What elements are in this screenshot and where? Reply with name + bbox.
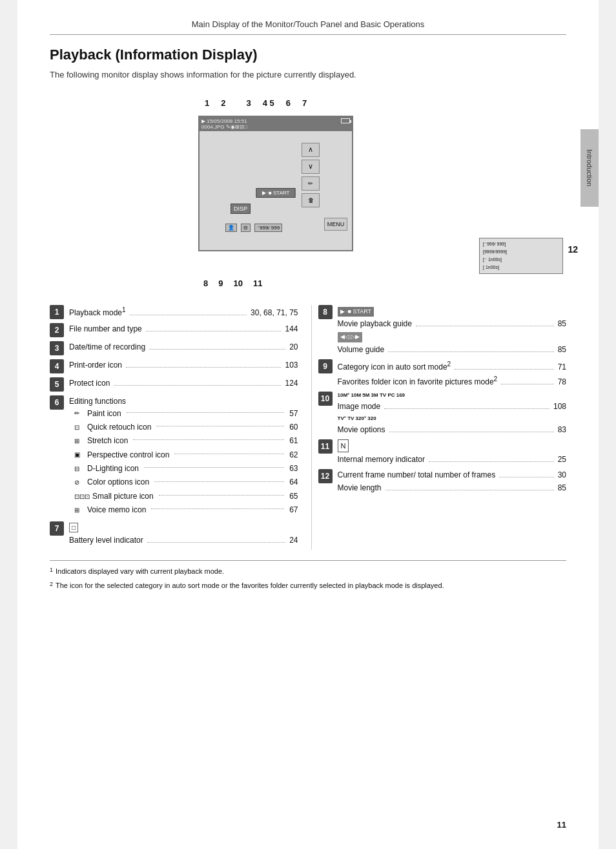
- num-label-3: 3: [246, 98, 251, 108]
- entry-5-label: Protect icon: [69, 377, 110, 389]
- entry-9-label: Category icon in auto sort mode2: [338, 359, 451, 373]
- entry-2-text: File number and type 144: [69, 323, 298, 335]
- entry-3-label: Date/time of recording: [69, 341, 145, 353]
- entry-5-num: 5: [50, 377, 64, 392]
- entry-9-page: 71: [558, 361, 566, 373]
- volume-icon: ◀◁ ▷▶: [338, 332, 363, 342]
- entry-2-dots: [146, 331, 282, 331]
- stretch-page: 61: [289, 434, 298, 447]
- small-page: 65: [289, 490, 298, 503]
- num-label-8: 8: [203, 278, 208, 288]
- delete-btn[interactable]: 🗑: [302, 193, 320, 207]
- frame-line-3: [⁻ 1n00s]: [483, 256, 559, 264]
- right-column: 8 ▶ ·■ START Movie playback guide 85 ◀◁ …: [311, 305, 567, 550]
- entry-8-text: ▶ ·■ START Movie playback guide 85 ◀◁ ▷▶…: [338, 305, 567, 355]
- battery-level-icon: □: [69, 523, 78, 532]
- page-number: 11: [557, 820, 566, 830]
- entry-10-sub-label: Movie options: [338, 424, 385, 435]
- entry-5-text: Protect icon 124: [69, 377, 298, 389]
- screen-topbar-left: ▶ 15/05/2008 15:51 0004.JPG ✎◉⊞⊟□: [201, 118, 247, 130]
- frame-line-2: [9999/9999]: [483, 248, 559, 256]
- entry-10-label: Image mode: [338, 401, 381, 412]
- numbers-bottom: 8 9 10 11: [203, 278, 262, 288]
- entry-1-label: Playback mode1: [69, 305, 126, 319]
- sub-stretch: ⊞ Stretch icon 61: [74, 434, 298, 447]
- sub-small: ⊡⊡⊡ Small picture icon 65: [74, 490, 298, 503]
- edit-btn[interactable]: ✏: [302, 176, 320, 191]
- footnote-2: 2 The icon for the selected category in …: [50, 580, 566, 592]
- frame-icon: ⊟: [241, 224, 251, 232]
- entry-5-page: 124: [285, 377, 298, 389]
- down-arrow-btn[interactable]: ∨: [302, 160, 320, 174]
- entry-4-num: 4: [50, 359, 64, 373]
- voice-label: Voice memo icon: [87, 503, 146, 516]
- entry-7-page: 24: [289, 534, 298, 546]
- stretch-icon: ⊞: [74, 435, 85, 446]
- entry-11-label: Internal memory indicator: [338, 454, 425, 465]
- num-label-6: 6: [286, 98, 291, 108]
- image-mode-icons: 10M° 10M 5M 3M TV PC 169: [338, 392, 567, 399]
- battery-icon: [341, 118, 350, 123]
- face-icon: 👤: [225, 224, 237, 232]
- voice-icon: ⊞: [74, 505, 85, 516]
- disp-button[interactable]: DISP: [231, 204, 251, 214]
- color-icon: ⊘: [74, 477, 85, 488]
- entry-12: 12 Current frame number/ total number of…: [318, 469, 567, 494]
- num-label-7: 7: [302, 98, 307, 108]
- menu-button[interactable]: MENU: [324, 218, 347, 231]
- screen-topbar: ▶ 15/05/2008 15:51 0004.JPG ✎◉⊞⊟□: [200, 117, 352, 131]
- num-label-4: 4 5: [263, 98, 274, 108]
- stretch-label: Stretch icon: [87, 434, 128, 447]
- entry-1-text: Playback mode1 30, 68, 71, 75: [69, 305, 298, 319]
- sub-paint: ✏ Paint icon 57: [74, 407, 298, 420]
- entry-5: 5 Protect icon 124: [50, 377, 298, 392]
- sub-quick: ⊡ Quick retouch icon 60: [74, 421, 298, 434]
- movie-option-icons: TV° TV 320° 320: [338, 415, 567, 423]
- color-page: 64: [289, 476, 298, 488]
- entry-10-page: 108: [553, 401, 566, 412]
- entry-6-text: Editing functions ✏ Paint icon 57 ⊡ Quic…: [69, 395, 298, 518]
- footnote-1-num: 1: [50, 566, 53, 578]
- entry-7-text: □ Battery level indicator 24: [69, 521, 298, 546]
- quick-icon: ⊡: [74, 422, 85, 433]
- up-arrow-btn[interactable]: ∧: [302, 143, 320, 157]
- bottom-row: DISP 👤 ⊟ ⁻999/ 999 MENU: [225, 224, 349, 232]
- quick-page: 60: [289, 421, 298, 434]
- entry-2: 2 File number and type 144: [50, 323, 298, 337]
- entry-3-num: 3: [50, 341, 64, 355]
- dlighting-label: D-Lighting icon: [87, 462, 139, 475]
- color-label: Color options icon: [87, 476, 149, 488]
- entry-1-num: 1: [50, 305, 64, 319]
- entry-8-volume-page: 85: [558, 344, 566, 355]
- footnotes: 1 Indicators displayed vary with current…: [50, 560, 566, 592]
- entry-4-text: Print-order icon 103: [69, 359, 298, 371]
- entry-12-label: Current frame number/ total number of fr…: [338, 469, 496, 481]
- entry-4: 4 Print-order icon 103: [50, 359, 298, 373]
- entry-11-page: 25: [558, 454, 566, 465]
- sub-voice: ⊞ Voice memo icon 67: [74, 503, 298, 516]
- entry-6-sub: ✏ Paint icon 57 ⊡ Quick retouch icon 60: [74, 407, 298, 517]
- sub-dlighting: ⊟ D-Lighting icon 63: [74, 462, 298, 475]
- monitor-screen: ▶ 15/05/2008 15:51 0004.JPG ✎◉⊞⊟□ ∧ ∨ ✏ …: [198, 116, 353, 251]
- small-icon: ⊡⊡⊡: [74, 491, 90, 502]
- entry-3: 3 Date/time of recording 20: [50, 341, 298, 355]
- entry-4-dots: [126, 367, 281, 368]
- entry-7: 7 □ Battery level indicator 24: [50, 521, 298, 546]
- numbers-top: 1 2 3 4 5 6 7: [205, 98, 307, 108]
- left-column: 1 Playback mode1 30, 68, 71, 75 2 File n…: [50, 305, 311, 550]
- entry-1-page: 30, 68, 71, 75: [251, 307, 298, 319]
- frame-line-4: [ 1n00s]: [483, 264, 559, 271]
- start-box: ▶ ·■ START: [256, 188, 296, 198]
- entry-3-text: Date/time of recording 20: [69, 341, 298, 353]
- entry-12-sub-page: 85: [558, 482, 566, 494]
- entry-7-num: 7: [50, 521, 64, 536]
- footnote-2-text: The icon for the selected category in au…: [56, 580, 444, 592]
- entry-6: 6 Editing functions ✏ Paint icon 57 ⊡ Qu…: [50, 395, 298, 518]
- num-label-2: 2: [221, 98, 225, 108]
- side-tab-label: Introduction: [586, 149, 593, 186]
- footnote-1-text: Indicators displayed vary with current p…: [56, 566, 224, 578]
- entry-12-page: 30: [558, 469, 566, 481]
- internal-memory-icon: N: [338, 439, 349, 453]
- entry-11: 11 N Internal memory indicator 25: [318, 439, 567, 466]
- entry-12-sub-label: Movie length: [338, 482, 382, 494]
